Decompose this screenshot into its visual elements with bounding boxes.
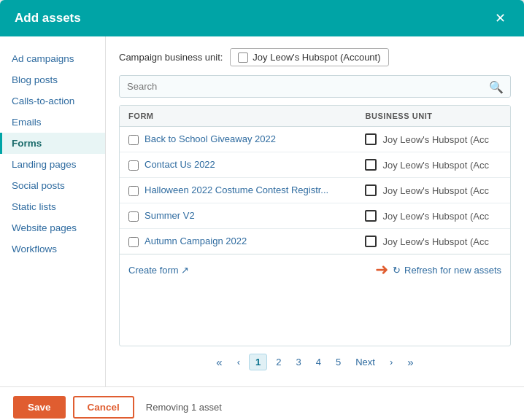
unit-checkbox-2[interactable]	[365, 184, 377, 196]
modal-title: Add assets	[15, 11, 81, 26]
unit-text: Joy Leow's Hubspot (Acc	[382, 236, 489, 247]
table-row: Halloween 2022 Costume Contest Registr..…	[120, 178, 510, 203]
modal-footer: Save Cancel Removing 1 asset	[0, 386, 524, 420]
unit-text: Joy Leow's Hubspot (Acc	[382, 211, 489, 222]
table-container: FORM BUSINESS UNIT Back to School Giveaw…	[119, 105, 511, 346]
footer-status: Removing 1 asset	[146, 402, 222, 413]
sidebar-item-calls-to-action[interactable]: Calls-to-action	[0, 90, 105, 112]
business-unit-row: Campaign business unit: Joy Leow's Hubsp…	[119, 48, 511, 66]
business-unit-value: Joy Leow's Hubspot (Account)	[253, 52, 380, 63]
sidebar-item-forms[interactable]: Forms	[0, 133, 105, 154]
page-5-button[interactable]: 5	[330, 354, 347, 370]
create-form-label: Create form ↗	[128, 265, 189, 276]
business-unit-button[interactable]: Joy Leow's Hubspot (Account)	[230, 48, 388, 66]
main-content: Campaign business unit: Joy Leow's Hubsp…	[106, 36, 524, 386]
refresh-area: ➜ ↻ Refresh for new assets	[375, 260, 501, 279]
form-name: Back to School Giveaway 2022	[145, 133, 276, 144]
save-button[interactable]: Save	[13, 396, 66, 419]
form-name: Contact Us 2022	[145, 159, 215, 170]
modal-header: Add assets ✕	[0, 0, 524, 36]
unit-checkbox-4[interactable]	[365, 236, 377, 247]
page-2-button[interactable]: 2	[270, 354, 287, 370]
refresh-icon: ↻	[393, 265, 401, 276]
search-row: 🔍	[119, 75, 511, 98]
sidebar-item-ad-campaigns[interactable]: Ad campaigns	[0, 48, 105, 69]
row-checkbox-0[interactable]	[128, 135, 139, 145]
sidebar-item-emails[interactable]: Emails	[0, 112, 105, 133]
modal-body: Ad campaignsBlog postsCalls-to-actionEma…	[0, 36, 524, 386]
unit-checkbox-3[interactable]	[365, 210, 377, 222]
col-form: FORM	[120, 106, 356, 127]
unit-text: Joy Leow's Hubspot (Acc	[382, 160, 489, 171]
row-checkbox-4[interactable]	[128, 237, 139, 247]
next-page-button[interactable]: Next	[350, 354, 381, 370]
form-name: Halloween 2022 Costume Contest Registr..…	[145, 184, 328, 195]
sidebar-item-blog-posts[interactable]: Blog posts	[0, 69, 105, 90]
close-button[interactable]: ✕	[491, 10, 509, 26]
row-checkbox-1[interactable]	[128, 160, 139, 171]
page-4-button[interactable]: 4	[310, 354, 327, 370]
assets-table: FORM BUSINESS UNIT Back to School Giveaw…	[120, 106, 510, 254]
table-row: Back to School Giveaway 2022Joy Leow's H…	[120, 127, 510, 152]
unit-checkbox-0[interactable]	[365, 133, 377, 145]
refresh-link[interactable]: ↻ Refresh for new assets	[393, 265, 501, 276]
table-header-row: FORM BUSINESS UNIT	[120, 106, 510, 127]
sidebar-item-workflows[interactable]: Workflows	[0, 238, 105, 260]
form-name: Autumn Campaign 2022	[145, 236, 247, 246]
page-1-button[interactable]: 1	[249, 354, 267, 370]
sidebar: Ad campaignsBlog postsCalls-to-actionEma…	[0, 36, 106, 386]
last-page-button[interactable]: »	[401, 354, 419, 370]
row-checkbox-2[interactable]	[128, 186, 139, 196]
refresh-label: Refresh for new assets	[404, 265, 501, 276]
sidebar-item-social-posts[interactable]: Social posts	[0, 175, 105, 196]
unit-checkbox-1[interactable]	[365, 159, 377, 171]
add-assets-modal: Add assets ✕ Ad campaignsBlog postsCalls…	[0, 0, 524, 420]
table-row: Contact Us 2022Joy Leow's Hubspot (Acc	[120, 152, 510, 178]
sidebar-item-website-pages[interactable]: Website pages	[0, 217, 105, 238]
pagination: « ‹ 1 2 3 4 5 Next › »	[119, 346, 511, 375]
unit-text: Joy Leow's Hubspot (Acc	[382, 185, 489, 196]
cancel-button[interactable]: Cancel	[73, 396, 134, 419]
first-page-button[interactable]: «	[210, 354, 228, 370]
create-form-link[interactable]: Create form ↗	[128, 265, 189, 276]
sidebar-item-landing-pages[interactable]: Landing pages	[0, 154, 105, 175]
table-row: Summer V2Joy Leow's Hubspot (Acc	[120, 203, 510, 229]
row-checkbox-3[interactable]	[128, 211, 139, 222]
sidebar-item-static-lists[interactable]: Static lists	[0, 196, 105, 217]
search-input[interactable]	[119, 75, 511, 98]
arrow-icon: ➜	[375, 260, 388, 279]
table-footer: Create form ↗ ➜ ↻ Refresh for new assets	[120, 254, 510, 285]
prev-page-button[interactable]: ‹	[231, 354, 246, 370]
business-unit-checkbox-icon	[238, 52, 248, 63]
form-name: Summer V2	[145, 210, 195, 221]
unit-text: Joy Leow's Hubspot (Acc	[382, 134, 489, 145]
col-business-unit: BUSINESS UNIT	[356, 106, 510, 127]
search-icon: 🔍	[489, 79, 504, 93]
page-3-button[interactable]: 3	[290, 354, 307, 370]
next-arrow-button[interactable]: ›	[384, 354, 398, 370]
business-unit-label: Campaign business unit:	[119, 52, 223, 63]
table-row: Autumn Campaign 2022Joy Leow's Hubspot (…	[120, 229, 510, 254]
